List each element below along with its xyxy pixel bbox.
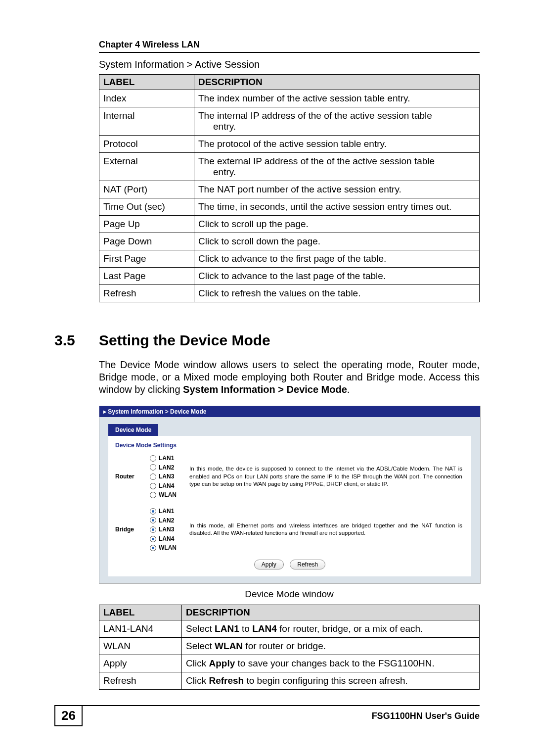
breadcrumb: System Information > Active Session	[99, 59, 480, 70]
chapter-header: Chapter 4 Wireless LAN	[99, 40, 480, 53]
page-number: 26	[54, 705, 83, 726]
radio-router-lan2[interactable]	[150, 464, 156, 471]
table-row: IndexThe index number of the active sess…	[99, 90, 480, 107]
apply-button[interactable]: Apply	[254, 560, 284, 569]
active-session-table: LABEL DESCRIPTION IndexThe index number …	[99, 74, 480, 302]
refresh-button[interactable]: Refresh	[290, 560, 325, 569]
col-label: LABEL	[99, 605, 182, 620]
table-row: Last PageClick to advance to the last pa…	[99, 268, 480, 285]
section-heading: 3.5Setting the Device Mode	[54, 332, 480, 349]
bridge-mode-row: Bridge LAN1 LAN2 LAN3 LAN4 WLAN In this …	[115, 507, 464, 553]
col-description: DESCRIPTION	[182, 605, 480, 620]
table-row: ProtocolThe protocol of the active sessi…	[99, 136, 480, 153]
radio-bridge-lan2[interactable]	[150, 517, 156, 523]
radio-bridge-lan4[interactable]	[150, 536, 156, 542]
table-row: Page UpClick to scroll up the page.	[99, 216, 480, 233]
bridge-label: Bridge	[115, 526, 150, 533]
table-row: First PageClick to advance to the first …	[99, 250, 480, 268]
table-row: NAT (Port)The NAT port number of the act…	[99, 181, 480, 198]
panel-subtitle: Device Mode Settings	[115, 442, 464, 449]
router-description: In this mode, the device is supposed to …	[189, 465, 464, 488]
radio-router-lan3[interactable]	[150, 473, 156, 480]
table-row: Refresh Click Refresh to begin configuri…	[99, 672, 480, 689]
router-label: Router	[115, 473, 150, 480]
radio-router-lan1[interactable]	[150, 455, 156, 462]
section-intro: The Device Mode window allows users to s…	[99, 359, 480, 396]
radio-bridge-wlan[interactable]	[150, 545, 156, 551]
router-mode-row: Router LAN1 LAN2 LAN3 LAN4 WLAN In this …	[115, 454, 464, 500]
footer-guide-name: FSG1100HN User's Guide	[372, 711, 480, 721]
chevron-icon: ▸	[103, 408, 108, 415]
table-row: WLAN Select WLAN for router or bridge.	[99, 637, 480, 655]
col-label: LABEL	[99, 75, 194, 90]
radio-router-wlan[interactable]	[150, 492, 156, 498]
ui-titlebar: ▸ System information > Device Mode	[99, 406, 480, 417]
figure-caption: Device Mode window	[99, 589, 480, 600]
radio-bridge-lan3[interactable]	[150, 526, 156, 533]
tab-device-mode[interactable]: Device Mode	[108, 424, 158, 436]
page-footer: 26 FSG1100HN User's Guide	[54, 705, 480, 726]
table-row: LAN1-LAN4 Select LAN1 to LAN4 for router…	[99, 620, 480, 637]
table-row: RefreshClick to refresh the values on th…	[99, 285, 480, 302]
radio-router-lan4[interactable]	[150, 483, 156, 489]
table-row: Internal The internal IP address of the …	[99, 107, 480, 136]
bridge-description: In this mode, all Ethernet ports and wir…	[189, 522, 464, 537]
table-row: Page DownClick to scroll down the page.	[99, 233, 480, 250]
table-row: Time Out (sec)The time, in seconds, unti…	[99, 198, 480, 216]
radio-bridge-lan1[interactable]	[150, 508, 156, 515]
device-mode-table: LABEL DESCRIPTION LAN1-LAN4 Select LAN1 …	[99, 605, 480, 690]
device-mode-screenshot: ▸ System information > Device Mode Devic…	[99, 406, 481, 584]
col-description: DESCRIPTION	[194, 75, 480, 90]
table-row: Apply Click Apply to save your changes b…	[99, 655, 480, 672]
table-row: External The external IP address of the …	[99, 153, 480, 181]
